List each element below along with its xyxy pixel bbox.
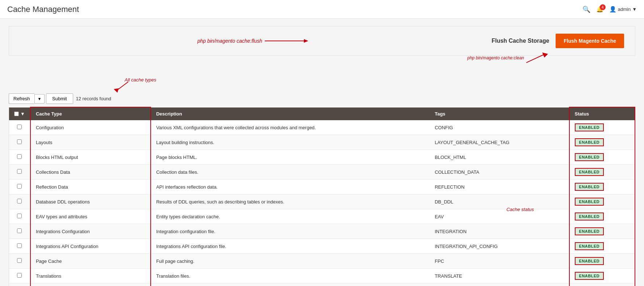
row-checkbox-cell xyxy=(9,194,30,209)
cache-table: ▼ Cache Type Description Tags Status Con… xyxy=(9,107,635,286)
row-checkbox[interactable] xyxy=(17,154,22,159)
status-badge: ENABLED xyxy=(575,272,604,280)
records-count: 12 records found xyxy=(76,96,112,101)
row-checkbox[interactable] xyxy=(17,228,22,233)
row-checkbox[interactable] xyxy=(17,184,22,189)
checkbox-header: ▼ xyxy=(9,107,30,120)
description-header: Description xyxy=(151,107,430,120)
status-badge: ENABLED xyxy=(575,257,604,265)
submit-button[interactable]: Submit xyxy=(46,93,73,104)
cache-type-cell: EAV types and attributes xyxy=(30,209,151,224)
row-checkbox-cell xyxy=(9,150,30,165)
flush-storage-label: Flush Cache Storage xyxy=(492,38,549,44)
table-row: Reflection DataAPI interfaces reflection… xyxy=(9,180,635,194)
status-cell: ENABLED xyxy=(569,269,635,283)
row-checkbox-cell xyxy=(9,254,30,269)
status-header: Status xyxy=(569,107,635,120)
cache-type-cell: Integrations Configuration xyxy=(30,224,151,239)
tags-cell: REFLECTION xyxy=(430,180,569,194)
table-row: Collections DataCollection data files.CO… xyxy=(9,165,635,180)
description-cell: Collection data files. xyxy=(151,165,430,180)
tags-cell: INTEGRATION xyxy=(430,224,569,239)
description-cell: Various XML configurations that were col… xyxy=(151,120,430,135)
select-all-area: ▼ xyxy=(14,111,25,117)
select-all-checkbox[interactable] xyxy=(14,112,19,116)
cache-type-cell: Layouts xyxy=(30,135,151,150)
flush-command-text: php bin/magento cache:flush xyxy=(197,38,262,44)
table-row: Integrations API ConfigurationIntegratio… xyxy=(9,239,635,254)
status-badge: ENABLED xyxy=(575,227,604,235)
status-cell: ENABLED xyxy=(569,254,635,269)
flush-left: php bin/magento cache:flush xyxy=(20,37,486,45)
svg-line-2 xyxy=(526,54,545,63)
flush-right: Flush Cache Storage Flush Magento Cache xyxy=(492,34,624,48)
status-cell: ENABLED xyxy=(569,209,635,224)
flush-panel: php bin/magento cache:flush Flush Cache … xyxy=(9,26,635,56)
description-cell: REST and SOAP configurations, generated … xyxy=(151,283,430,286)
tags-cell: BLOCK_HTML xyxy=(430,150,569,165)
status-badge: ENABLED xyxy=(575,123,604,131)
row-checkbox[interactable] xyxy=(17,214,22,218)
row-checkbox-cell xyxy=(9,269,30,283)
description-cell: Results of DDL queries, such as describi… xyxy=(151,194,430,209)
notification-button[interactable]: 🔔 4 xyxy=(596,6,603,13)
row-checkbox[interactable] xyxy=(17,139,22,144)
cache-status-annotation: Cache status xyxy=(506,207,534,212)
status-badge: ENABLED xyxy=(575,213,604,220)
cache-type-cell: Web Services Configuration xyxy=(30,283,151,286)
row-checkbox-cell xyxy=(9,135,30,150)
row-checkbox[interactable] xyxy=(17,199,22,203)
table-row: Database DDL operationsResults of DDL qu… xyxy=(9,194,635,209)
description-cell: Page blocks HTML. xyxy=(151,150,430,165)
table-row: Integrations ConfigurationIntegration co… xyxy=(9,224,635,239)
user-icon: 👤 xyxy=(609,6,616,13)
table-container: ▼ Cache Type Description Tags Status Con… xyxy=(9,107,635,286)
cache-clean-command: php bin/magento cache:clean xyxy=(467,55,524,60)
chevron-down-icon: ▼ xyxy=(632,7,637,12)
toolbar: Refresh ▼ Submit 12 records found xyxy=(9,93,635,104)
cache-type-cell: Integrations API Configuration xyxy=(30,239,151,254)
row-checkbox[interactable] xyxy=(17,258,22,263)
tags-cell: INTEGRATION_API_CONFIG xyxy=(430,239,569,254)
tags-cell: FPC xyxy=(430,254,569,269)
cache-type-cell: Configuration xyxy=(30,120,151,135)
select-all-arrow: ▼ xyxy=(20,111,25,117)
refresh-dropdown-button[interactable]: ▼ xyxy=(34,94,45,104)
status-cell: ENABLED xyxy=(569,135,635,150)
status-cell: ENABLED xyxy=(569,224,635,239)
tags-cell: TRANSLATE xyxy=(430,269,569,283)
tags-header: Tags xyxy=(430,107,569,120)
table-body: ConfigurationVarious XML configurations … xyxy=(9,120,635,286)
row-checkbox-cell xyxy=(9,224,30,239)
status-badge: ENABLED xyxy=(575,168,604,176)
description-cell: Layout building instructions. xyxy=(151,135,430,150)
dropdown-arrow-icon: ▼ xyxy=(38,97,42,101)
table-row: Blocks HTML outputPage blocks HTML.BLOCK… xyxy=(9,150,635,165)
flush-magento-button[interactable]: Flush Magento Cache xyxy=(556,34,624,48)
table-row: Web Services ConfigurationREST and SOAP … xyxy=(9,283,635,286)
user-menu-button[interactable]: 👤 admin ▼ xyxy=(609,6,637,13)
status-badge: ENABLED xyxy=(575,138,604,146)
table-row: LayoutsLayout building instructions.LAYO… xyxy=(9,135,635,150)
cache-type-cell: Translations xyxy=(30,269,151,283)
row-checkbox-cell xyxy=(9,165,30,180)
table-row: EAV types and attributesEntity types dec… xyxy=(9,209,635,224)
arrow-up-right-icon xyxy=(526,52,548,63)
cache-clean-annotation: php bin/magento cache:clean xyxy=(467,52,548,63)
status-badge: ENABLED xyxy=(575,198,604,206)
cache-type-cell: Page Cache xyxy=(30,254,151,269)
table-header: ▼ Cache Type Description Tags Status xyxy=(9,107,635,120)
row-checkbox[interactable] xyxy=(17,169,22,174)
row-checkbox-cell xyxy=(9,209,30,224)
search-button[interactable]: 🔍 xyxy=(582,5,590,13)
svg-marker-5 xyxy=(114,88,119,93)
refresh-button[interactable]: Refresh xyxy=(9,93,34,104)
search-icon: 🔍 xyxy=(582,6,590,13)
cache-type-header: Cache Type xyxy=(30,107,151,120)
row-checkbox[interactable] xyxy=(17,273,22,278)
main-content: php bin/magento cache:flush Flush Cache … xyxy=(0,19,644,286)
row-checkbox[interactable] xyxy=(17,243,22,248)
row-checkbox[interactable] xyxy=(17,125,22,129)
status-badge: ENABLED xyxy=(575,242,604,250)
table-row: ConfigurationVarious XML configurations … xyxy=(9,120,635,135)
